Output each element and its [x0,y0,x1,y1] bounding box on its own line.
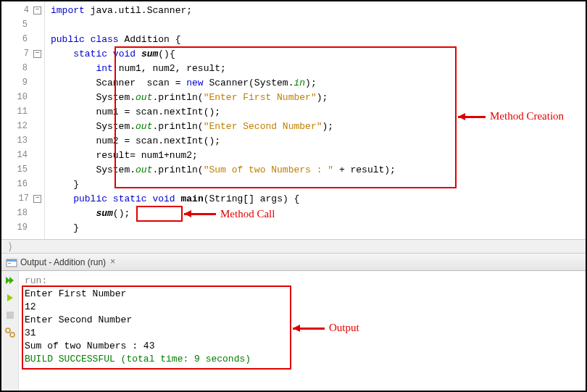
output-label: Output [329,322,359,334]
run-button[interactable] [4,291,17,304]
code-line[interactable]: int num1, num2, result; [51,61,586,75]
arrow-head-icon [458,113,465,120]
code-line[interactable]: } [51,177,586,191]
line-number: 7 [10,49,29,59]
gutter-row: 6 [1,32,44,46]
output-line: Sum of two Numbers : 43 [25,339,580,352]
code-line[interactable]: System.out.println("Enter First Number")… [51,90,586,104]
gutter-row: 19 [1,220,44,235]
code-line[interactable]: System.out.println("Sum of two Numbers :… [51,162,586,177]
gutter: 4−567−891011121314151617−1819 [1,1,45,239]
line-number: 6 [9,34,28,44]
svg-rect-2 [8,263,11,264]
gutter-row: 15 [1,162,44,177]
line-number: 9 [9,78,28,88]
output-panel: Output - Addition (run) × Output run:Ent… [1,254,586,392]
output-content[interactable]: Output run:Enter First Number12Enter Sec… [19,271,586,392]
chevron-icon: ⟩ [7,241,13,253]
arrow-head-icon [293,325,300,332]
line-number: 14 [9,150,28,160]
output-line: Enter First Number [25,287,580,300]
code-content[interactable]: Method Creation Method Call import java.… [45,1,586,239]
code-line[interactable]: public class Addition { [51,32,586,46]
gutter-row: 10 [1,90,44,104]
line-number: 13 [9,135,28,146]
gutter-row: 14 [1,148,44,162]
line-number: 11 [9,107,28,117]
panel-divider[interactable]: ⟩ [1,239,586,254]
gutter-row: 12 [1,119,44,133]
code-line[interactable] [51,17,586,32]
gutter-row: 18 [1,206,44,220]
line-number: 10 [9,92,28,102]
line-number: 5 [9,20,28,30]
svg-rect-3 [7,312,14,319]
code-line[interactable]: Scanner scan = new Scanner(System.in); [51,75,586,90]
gutter-row: 16 [1,177,44,191]
svg-point-4 [6,328,10,333]
svg-point-5 [10,333,14,337]
rerun-button[interactable] [4,274,17,287]
code-line[interactable]: num2 = scan.nextInt(); [51,133,586,148]
line-number: 15 [9,164,28,175]
method-creation-label: Method Creation [490,110,564,122]
code-editor[interactable]: 4−567−891011121314151617−1819 Method Cre… [1,1,586,239]
gutter-row: 5 [1,17,44,32]
line-number: 8 [9,63,28,73]
settings-button[interactable] [4,326,17,339]
method-call-label: Method Call [220,208,275,220]
gutter-row: 13 [1,133,44,148]
arrow-head-icon [184,210,191,217]
gutter-row: 8 [1,61,44,75]
code-line[interactable]: public static void main(String[] args) { [51,191,586,206]
output-line: BUILD SUCCESSFUL (total time: 9 seconds) [25,352,580,365]
output-line: 12 [25,300,580,313]
line-number: 18 [9,208,28,218]
line-number: 4 [10,5,29,15]
gutter-row: 9 [1,75,44,90]
line-number: 17 [10,193,29,204]
output-line: run: [25,274,580,287]
line-number: 16 [9,179,28,189]
code-line[interactable]: static void sum(){ [51,46,586,61]
line-number: 19 [9,222,28,233]
code-line[interactable]: sum(); [51,206,586,220]
gutter-row: 11 [1,104,44,119]
fold-toggle-icon[interactable]: − [33,50,41,58]
output-line: Enter Second Number [25,313,580,326]
code-line[interactable]: import java.util.Scanner; [51,3,586,17]
code-line[interactable]: result= num1+num2; [51,148,586,162]
svg-rect-1 [7,259,17,262]
gutter-row: 7− [1,46,44,61]
output-icon [6,257,17,267]
line-number: 12 [9,121,28,131]
stop-button[interactable] [4,309,17,322]
fold-toggle-icon[interactable]: − [33,7,41,14]
fold-toggle-icon[interactable]: − [33,195,41,203]
gutter-row: 4− [1,3,44,17]
output-tab-label[interactable]: Output - Addition (run) [20,257,106,267]
output-toolbar [1,271,19,392]
close-icon[interactable]: × [110,257,115,267]
code-line[interactable]: } [51,220,586,235]
gutter-row: 17− [1,191,44,206]
output-tab-bar: Output - Addition (run) × [1,254,586,271]
